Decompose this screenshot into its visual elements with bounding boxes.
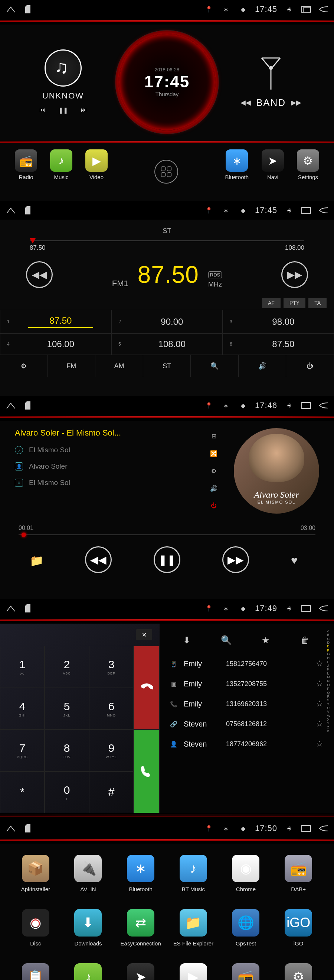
alpha-R[interactable]: R: [327, 695, 331, 698]
alpha-Z[interactable]: Z: [327, 725, 331, 729]
app-apkinstaller[interactable]: 📦 ApkInstaller: [15, 855, 56, 892]
slider-thumb[interactable]: [30, 238, 36, 243]
play-pause-button[interactable]: ❚❚: [154, 546, 180, 573]
favorites-button[interactable]: ★: [260, 635, 272, 646]
sdcard-icon[interactable]: [23, 5, 33, 13]
power-button[interactable]: ⏻: [286, 355, 334, 377]
scan-button[interactable]: 🔍: [191, 355, 239, 377]
app-instructions[interactable]: 📋 Instructions: [15, 963, 56, 980]
app-downloads[interactable]: ⬇ Downloads: [68, 909, 109, 947]
band-prev-button[interactable]: ◀◀: [241, 99, 251, 107]
recent-apps-icon[interactable]: [301, 5, 311, 13]
eq-button[interactable]: ⚙: [0, 355, 48, 377]
recent-apps-icon[interactable]: [301, 206, 311, 215]
alpha-J[interactable]: J: [327, 664, 331, 667]
back-icon[interactable]: [318, 604, 328, 612]
preset-6[interactable]: 6 87.50: [223, 333, 334, 355]
folder-button[interactable]: 📁: [30, 554, 43, 565]
alpha-S[interactable]: S: [327, 698, 331, 702]
recent-apps-icon[interactable]: [301, 824, 311, 832]
sdcard-icon[interactable]: [23, 604, 33, 612]
am-button[interactable]: AM: [95, 355, 143, 377]
preset-1[interactable]: 1 87.50: [0, 310, 111, 333]
app-bluetooth[interactable]: ∗ Bluetooth: [120, 855, 161, 892]
brightness-icon[interactable]: ☀: [284, 824, 294, 832]
eq-icon[interactable]: ⚙: [209, 467, 219, 475]
alpha-B[interactable]: B: [327, 633, 331, 636]
contact-row[interactable]: 📱 Emily 15812756470 ☆: [167, 655, 325, 672]
alpha-V[interactable]: V: [327, 710, 331, 714]
music-widget[interactable]: UNKNOW ⏮ ❚❚ ⏭: [11, 49, 115, 115]
back-icon[interactable]: [318, 824, 328, 832]
dock-item-music[interactable]: ♪ Music: [50, 150, 72, 180]
alpha-K[interactable]: K: [327, 667, 331, 671]
brightness-icon[interactable]: ☀: [284, 206, 294, 215]
home-icon[interactable]: [6, 401, 16, 410]
tag-ta[interactable]: TA: [309, 298, 326, 308]
tag-pty[interactable]: PTY: [283, 298, 306, 308]
power-icon[interactable]: ⏻: [209, 502, 219, 510]
progress-slider[interactable]: [19, 535, 315, 535]
app-radio[interactable]: 📻 Radio: [225, 963, 267, 980]
favorite-icon[interactable]: ☆: [316, 699, 323, 709]
preset-4[interactable]: 4 106.00: [0, 333, 111, 355]
dialkey-9[interactable]: 9 WXYZ: [89, 730, 134, 772]
dock-item-settings[interactable]: ⚙ Settings: [297, 150, 319, 180]
alpha-G[interactable]: G: [327, 652, 331, 656]
favorite-icon[interactable]: ☆: [316, 659, 323, 668]
dock-item-video[interactable]: ▶ Video: [85, 150, 108, 180]
band-next-button[interactable]: ▶▶: [291, 99, 301, 107]
home-icon[interactable]: [6, 206, 16, 215]
preset-3[interactable]: 3 98.00: [223, 310, 334, 333]
delete-button[interactable]: 🗑: [299, 635, 311, 646]
app-chrome[interactable]: ◉ Chrome: [225, 855, 267, 892]
dialkey-0[interactable]: 0 +: [44, 772, 89, 813]
alpha-D[interactable]: D: [327, 641, 331, 644]
st-button[interactable]: ST: [143, 355, 191, 377]
contact-row[interactable]: 👤 Steven 18774206962 ☆: [167, 735, 325, 752]
volume-icon[interactable]: 🔊: [209, 484, 219, 492]
back-icon[interactable]: [318, 401, 328, 410]
dialkey-4[interactable]: 4 GHI: [0, 688, 44, 730]
seek-up-button[interactable]: ▶▶: [281, 261, 308, 288]
home-icon[interactable]: [6, 5, 16, 13]
dialkey-7[interactable]: 7 PQRS: [0, 730, 44, 772]
list-icon[interactable]: ⊞: [209, 432, 219, 440]
favorite-icon[interactable]: ☆: [316, 719, 323, 729]
dialkey-2[interactable]: 2 ABC: [44, 646, 89, 688]
dialkey-*[interactable]: *: [0, 772, 44, 813]
alpha-Y[interactable]: Y: [327, 721, 331, 725]
recent-apps-icon[interactable]: [301, 604, 311, 612]
brightness-icon[interactable]: ☀: [284, 401, 294, 410]
app-drawer-button[interactable]: [154, 160, 178, 184]
backspace-button[interactable]: ✕: [136, 629, 152, 640]
preset-5[interactable]: 5 108.00: [111, 333, 223, 355]
alpha-N[interactable]: N: [327, 679, 331, 683]
favorite-icon[interactable]: ☆: [316, 679, 323, 689]
alpha-P[interactable]: P: [327, 687, 331, 690]
favorite-button[interactable]: ♥: [291, 554, 304, 565]
alpha-index[interactable]: ABCDEFGHIJKLMNOPQRSTUVWXYZ#: [327, 629, 331, 808]
home-icon[interactable]: [6, 824, 16, 832]
dialkey-5[interactable]: 5 JKL: [44, 688, 89, 730]
alpha-M[interactable]: M: [327, 675, 331, 679]
brightness-icon[interactable]: ☀: [284, 604, 294, 612]
dialkey-6[interactable]: 6 MNO: [89, 688, 134, 730]
app-es-file-explorer[interactable]: 📁 ES File Explorer: [173, 909, 214, 947]
alpha-X[interactable]: X: [327, 718, 331, 721]
progress-thumb[interactable]: [22, 533, 26, 537]
back-icon[interactable]: [318, 5, 328, 13]
alpha-H[interactable]: H: [327, 656, 331, 660]
recent-apps-icon[interactable]: [301, 401, 311, 410]
rewind-button[interactable]: ◀◀: [85, 546, 112, 573]
app-disc[interactable]: ◉ Disc: [15, 909, 56, 947]
alpha-I[interactable]: I: [327, 660, 331, 664]
dialkey-#[interactable]: #: [89, 772, 134, 813]
app-dab-[interactable]: 📻 DAB+: [278, 855, 319, 892]
alpha-A[interactable]: A: [327, 629, 331, 633]
preset-2[interactable]: 2 90.00: [111, 310, 223, 333]
favorite-icon[interactable]: ☆: [316, 739, 323, 749]
alpha-L[interactable]: L: [327, 671, 331, 675]
alpha-T[interactable]: T: [327, 702, 331, 706]
app-navi[interactable]: ➤ Navi: [120, 963, 161, 980]
